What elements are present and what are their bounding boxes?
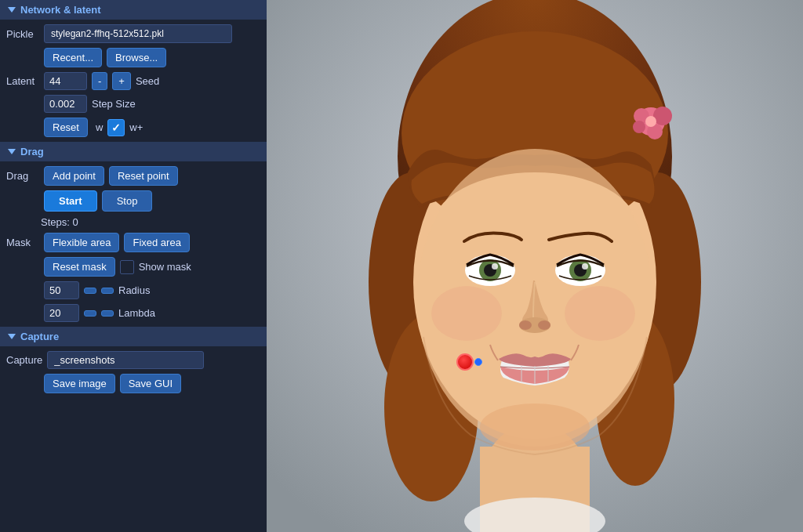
flexible-area-button[interactable]: Flexible area [44,233,119,252]
radius-minus-button[interactable] [84,288,96,294]
latent-row: Latent - + Seed [6,72,260,90]
drag-point-blue[interactable] [474,358,482,366]
mask-controls-row: Reset mask Show mask [6,257,260,277]
svg-point-20 [492,263,498,270]
mask-row: Mask Flexible area Fixed area [6,233,260,252]
svg-point-15 [431,286,502,341]
save-image-button[interactable]: Save image [44,374,115,393]
face-svg [267,0,803,532]
pickle-input[interactable] [44,24,232,43]
recent-button[interactable]: Recent... [44,48,102,67]
fixed-area-button[interactable]: Fixed area [124,233,189,252]
capture-label: Capture [6,354,42,366]
drag-point-red[interactable] [456,353,474,371]
latent-plus-button[interactable]: + [112,72,131,90]
start-stop-row: Start Stop [6,190,260,212]
network-section-content: Pickle Recent... Browse... Latent - + Se… [0,20,267,142]
network-header-label: Network & latent [20,4,101,16]
pickle-row: Pickle [6,24,260,43]
network-section-header[interactable]: Network & latent [0,0,267,20]
svg-point-24 [582,263,588,270]
stepsize-row: Step Size [6,95,260,113]
drag-triangle-icon [8,149,16,154]
left-panel: Network & latent Pickle Recent... Browse… [0,0,267,532]
show-mask-checkbox[interactable] [120,260,134,274]
network-triangle-icon [8,7,16,13]
svg-point-27 [538,320,550,330]
capture-path-row: Capture [6,351,260,369]
lambda-input[interactable] [44,304,79,322]
drag-section-header[interactable]: Drag [0,142,267,161]
w-checkbox[interactable] [107,119,125,136]
start-button[interactable]: Start [44,190,97,212]
recent-browse-row: Recent... Browse... [6,48,260,67]
capture-path-input[interactable] [47,351,204,369]
reset-row: Reset w w+ [6,118,260,137]
svg-point-37 [480,404,590,451]
radius-label: Radius [118,284,150,296]
right-panel: ▲ [267,0,803,532]
show-mask-label: Show mask [139,261,191,273]
lambda-plus-button[interactable] [101,310,114,317]
latent-minus-button[interactable]: - [92,72,107,90]
reset-point-button[interactable]: Reset point [109,166,178,186]
seed-label: Seed [136,75,159,87]
lambda-row: Lambda [6,304,260,322]
w-label: w [96,121,103,133]
svg-point-36 [645,116,656,127]
reset-mask-button[interactable]: Reset mask [44,257,115,277]
svg-point-26 [519,320,532,330]
stepsize-label: Step Size [92,98,136,110]
capture-section-content: Capture Save image Save GUI [0,346,267,398]
radius-row: Radius [6,281,260,299]
capture-header-label: Capture [20,331,59,342]
svg-point-35 [633,121,645,133]
drag-controls-row: Drag Add point Reset point [6,166,260,186]
reset-button[interactable]: Reset [44,118,88,137]
stepsize-input[interactable] [44,95,87,113]
latent-label: Latent [6,75,39,87]
pickle-label: Pickle [6,28,39,40]
svg-point-16 [565,286,635,341]
capture-triangle-icon [8,334,16,339]
stop-button[interactable]: Stop [102,190,153,212]
drag-header-label: Drag [20,146,44,157]
wplus-label: w+ [129,121,143,133]
capture-section-header[interactable]: Capture [0,327,267,346]
radius-input[interactable] [44,281,79,299]
face-image-container[interactable]: ▲ [267,0,803,532]
radius-plus-button[interactable] [101,288,114,294]
lambda-label: Lambda [118,307,155,319]
mask-label: Mask [6,237,39,248]
add-point-button[interactable]: Add point [44,166,104,186]
latent-input[interactable] [44,72,87,90]
steps-text: Steps: 0 [6,216,260,228]
browse-button[interactable]: Browse... [107,48,166,67]
drag-section-content: Drag Add point Reset point Start Stop St… [0,161,267,327]
drag-label: Drag [6,170,39,182]
capture-buttons-row: Save image Save GUI [6,374,260,393]
lambda-minus-button[interactable] [84,310,96,317]
save-gui-button[interactable]: Save GUI [120,374,181,393]
